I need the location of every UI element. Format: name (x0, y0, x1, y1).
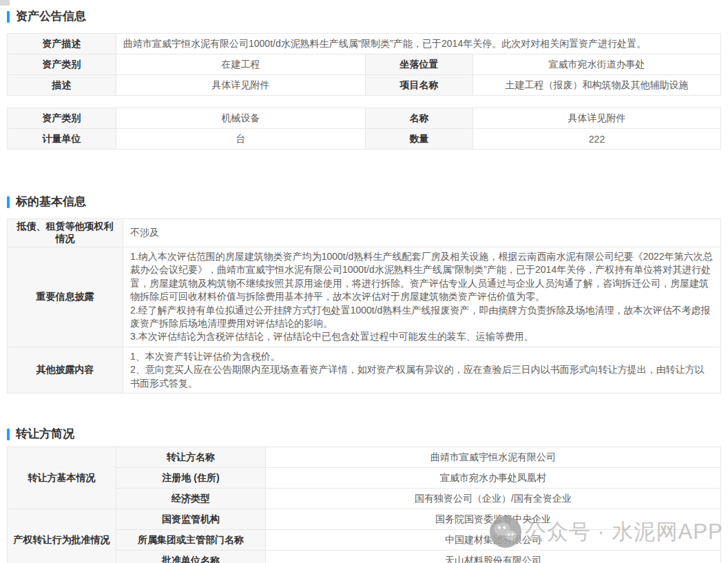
table-row: 计量单位 台 数量 222 (8, 129, 721, 150)
description-value: 具体详见附件 (116, 75, 366, 96)
table-row: 转让方基本情况 转让方名称 曲靖市宣威宇恒水泥有限公司 (8, 447, 721, 468)
registered-address-value: 宣威市宛水办事处凤凰村 (266, 468, 721, 489)
disclosure-item-3: 3.本次评估结论为含税评估结论，评估结论中已包含处置过程中可能发生的装车、运输等… (130, 330, 714, 343)
section-title-text: 资产公告信息 (16, 10, 86, 23)
liens-value: 不涉及 (123, 219, 721, 247)
asset-description-label: 资产描述 (8, 34, 116, 54)
approving-unit-value: 天山材料股份有限公司 (266, 551, 721, 563)
quantity-label: 数量 (366, 129, 473, 150)
description-label: 描述 (8, 75, 116, 96)
location-label: 坐落位置 (366, 54, 473, 75)
asset-description-value: 曲靖市宣威宇恒水泥有限公司1000t/d水泥熟料生产线属“限制类”产能，已于20… (116, 34, 721, 54)
table-row: 重要信息披露 1.纳入本次评估范围的房屋建筑物类资产均为1000t/d熟料生产线… (8, 247, 721, 347)
title-accent-bar (7, 429, 10, 440)
equipment-name-value: 具体详见附件 (473, 108, 721, 129)
project-name-label: 项目名称 (366, 75, 473, 96)
table-row: 资产类别 机械设备 名称 具体详见附件 (8, 108, 721, 129)
equipment-name-label: 名称 (366, 108, 473, 129)
table-row: 抵债、租赁等他项权利情况 不涉及 (8, 219, 721, 247)
economic-type-value: 国有独资公司（企业）/国有全资企业 (266, 489, 721, 509)
sasac-value: 国务院国资委监管中央企业 (266, 509, 721, 530)
parent-group-value: 中国建材集团有限公司 (266, 530, 721, 551)
equipment-category-value: 机械设备 (116, 108, 366, 129)
corner-fragment (0, 0, 10, 6)
parent-group-label: 所属集团或主管部门名称 (116, 530, 266, 551)
economic-type-label: 经济类型 (116, 489, 266, 509)
other-item-2: 2、意向竞买人应在公告期限内至现场查看资产详情，如对资产权属有异议的，应在查验后… (130, 363, 714, 390)
section-title-text: 转让方简况 (16, 427, 74, 441)
table-row: 资产类别 在建工程 坐落位置 宣威市宛水街道办事处 (8, 54, 721, 75)
location-value: 宣威市宛水街道办事处 (473, 54, 721, 75)
equipment-table: 资产类别 机械设备 名称 具体详见附件 计量单位 台 数量 222 (7, 108, 721, 150)
project-name-value: 土建工程（报废）和构筑物及其他辅助设施 (473, 75, 721, 96)
other-disclosure-value: 1、本次资产转让评估价为含税价。 2、意向竞买人应在公告期限内至现场查看资产详情… (123, 347, 721, 393)
registered-address-label: 注册地 (住所) (116, 468, 266, 489)
other-disclosure-label: 其他披露内容 (8, 347, 123, 393)
unit-value: 台 (116, 129, 366, 150)
approving-unit-label: 批准单位名称 (116, 551, 266, 563)
section-title-basic-info: 标的基本信息 (7, 195, 728, 209)
section-title-transferor: 转让方简况 (7, 427, 728, 441)
important-disclosure-label: 重要信息披露 (8, 247, 123, 347)
table-row: 描述 具体详见附件 项目名称 土建工程（报废）和构筑物及其他辅助设施 (8, 75, 721, 96)
asset-category-value: 在建工程 (116, 54, 366, 75)
transferor-name-value: 曲靖市宣威宇恒水泥有限公司 (266, 447, 721, 468)
title-accent-bar (7, 11, 10, 23)
table-row: 其他披露内容 1、本次资产转让评估价为含税价。 2、意向竞买人应在公告期限内至现… (8, 347, 721, 393)
unit-label: 计量单位 (8, 129, 116, 150)
liens-label: 抵债、租赁等他项权利情况 (8, 219, 123, 247)
approval-group-label: 产权转让行为批准情况 (8, 509, 116, 563)
transferor-basic-group-label: 转让方基本情况 (8, 447, 116, 509)
equipment-category-label: 资产类别 (8, 108, 116, 129)
section-title-text: 标的基本信息 (16, 195, 86, 209)
table-row: 产权转让行为批准情况 国资监管机构 国务院国资委监管中央企业 (8, 509, 721, 530)
transferor-name-label: 转让方名称 (116, 447, 266, 468)
quantity-value: 222 (473, 129, 721, 150)
important-disclosure-value: 1.纳入本次评估范围的房屋建筑物类资产均为1000t/d熟料生产线配套厂房及相关… (123, 247, 721, 347)
title-accent-bar (7, 196, 10, 208)
disclosure-item-1: 1.纳入本次评估范围的房屋建筑物类资产均为1000t/d熟料生产线配套厂房及相关… (130, 250, 714, 304)
disclosure-item-2: 2.经了解产权持有单位拟通过公开挂牌方式打包处置1000t/d熟料生产线报废资产… (130, 304, 714, 331)
other-item-1: 1、本次资产转让评估价为含税价。 (130, 350, 714, 363)
asset-category-label: 资产类别 (8, 54, 116, 75)
sasac-label: 国资监管机构 (116, 509, 266, 530)
transferor-table: 转让方基本情况 转让方名称 曲靖市宣威宇恒水泥有限公司 注册地 (住所) 宣威市… (7, 447, 721, 563)
section-title-asset-announcement: 资产公告信息 (7, 10, 728, 23)
basic-info-table: 抵债、租赁等他项权利情况 不涉及 重要信息披露 1.纳入本次评估范围的房屋建筑物… (7, 218, 721, 393)
table-row: 资产描述 曲靖市宣威宇恒水泥有限公司1000t/d水泥熟料生产线属“限制类”产能… (8, 34, 721, 54)
asset-announcement-table: 资产描述 曲靖市宣威宇恒水泥有限公司1000t/d水泥熟料生产线属“限制类”产能… (7, 33, 721, 96)
